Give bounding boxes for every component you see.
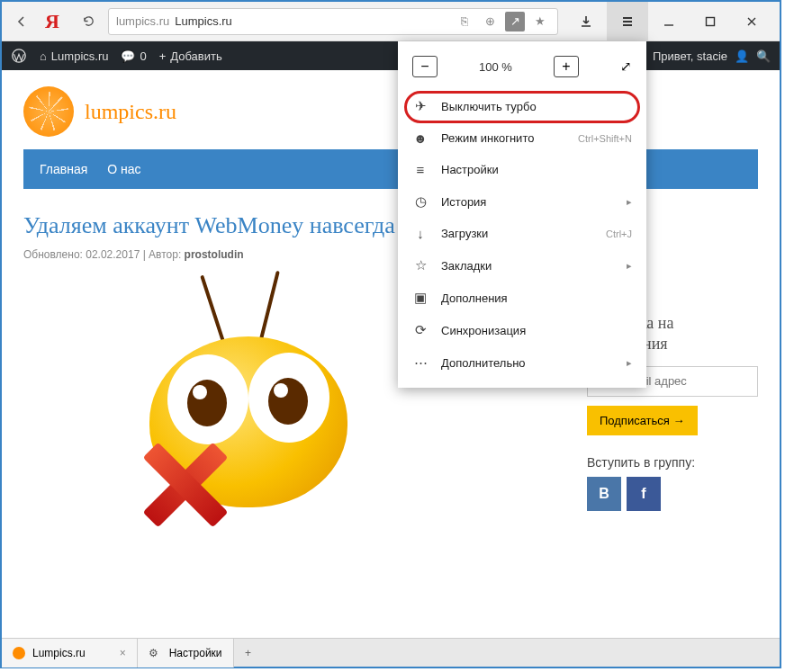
site-nav: Главная О нас: [23, 149, 758, 189]
sync-icon: ⟳: [412, 322, 429, 338]
star-icon[interactable]: ★: [530, 12, 550, 31]
menu-incognito[interactable]: ☻ Режим инкогнито Ctrl+Shift+N: [398, 122, 646, 154]
facebook-icon[interactable]: f: [627, 477, 661, 511]
rocket-icon: ✈: [412, 98, 429, 114]
address-icons: ⎘ ⊕ ↗ ★: [455, 12, 550, 31]
menu-more[interactable]: ⋯ Дополнительно ▸: [398, 346, 646, 379]
zoom-in-button[interactable]: +: [554, 56, 579, 77]
sliders-icon: ≡: [412, 162, 429, 177]
downloads-button[interactable]: [565, 2, 607, 41]
minimize-button[interactable]: [648, 2, 690, 41]
url-title: Lumpics.ru: [175, 14, 232, 28]
back-button[interactable]: [9, 9, 34, 34]
clock-icon: ◷: [412, 193, 429, 210]
tab-settings[interactable]: ⚙ Настройки: [138, 639, 234, 668]
browser-titlebar: Я lumpics.ru Lumpics.ru ⎘ ⊕ ↗ ★: [2, 2, 780, 41]
orange-icon: [23, 86, 74, 137]
chevron-right-icon: ▸: [627, 357, 632, 369]
menu-settings[interactable]: ≡ Настройки: [398, 154, 646, 185]
close-tab-icon[interactable]: ×: [120, 647, 126, 659]
maximize-button[interactable]: [690, 2, 731, 41]
new-tab-button[interactable]: +: [234, 647, 263, 659]
more-icon: ⋯: [412, 354, 429, 371]
search-icon[interactable]: 🔍: [756, 49, 771, 63]
menu-sync[interactable]: ⟳ Синхронизация: [398, 314, 646, 346]
favicon-icon: [13, 647, 25, 659]
wp-add-new[interactable]: +Добавить: [159, 49, 222, 63]
address-bar[interactable]: lumpics.ru Lumpics.ru ⎘ ⊕ ↗ ★: [108, 8, 558, 35]
wp-site-link[interactable]: ⌂Lumpics.ru: [40, 49, 108, 63]
turbo-icon[interactable]: ↗: [505, 12, 525, 31]
vk-icon[interactable]: B: [587, 477, 621, 511]
menu-bookmarks[interactable]: ☆ Закладки ▸: [398, 249, 646, 282]
wp-greeting[interactable]: Привет, stacie: [653, 49, 727, 63]
article-image: [95, 282, 402, 525]
zoom-level: 100 %: [479, 60, 512, 74]
chevron-right-icon: ▸: [627, 196, 632, 208]
group-title: Вступить в группу:: [587, 455, 758, 470]
menu-addons[interactable]: ▣ Дополнения: [398, 282, 646, 314]
wp-comments[interactable]: 💬0: [121, 49, 146, 63]
red-x-icon: [131, 435, 230, 534]
tab-bar: Lumpics.ru × ⚙ Настройки +: [2, 638, 780, 667]
zoom-out-button[interactable]: −: [412, 56, 438, 77]
url-domain: lumpics.ru: [116, 14, 169, 28]
chevron-right-icon: ▸: [627, 260, 632, 272]
browser-menu: − 100 % + ⤢ ✈ Выключить турбо ☻ Режим ин…: [398, 41, 646, 388]
wp-logo[interactable]: [11, 48, 27, 64]
article-meta: Обновлено: 02.02.2017 | Автор: prostolud…: [23, 248, 758, 261]
nav-about[interactable]: О нас: [107, 162, 140, 176]
site-logo[interactable]: lumpics.ru: [23, 86, 758, 137]
reload-button[interactable]: [76, 9, 101, 34]
article-title: Удаляем аккаунт WebMoney навсегда: [23, 212, 758, 239]
download-icon: ↓: [412, 226, 429, 241]
menu-button[interactable]: [607, 2, 648, 41]
menu-downloads[interactable]: ↓ Загрузки Ctrl+J: [398, 218, 646, 249]
site-name: lumpics.ru: [85, 100, 176, 124]
puzzle-icon: ▣: [412, 290, 429, 306]
mask-icon: ☻: [412, 130, 429, 146]
subscribe-button[interactable]: Подписаться →: [587, 406, 698, 435]
globe-icon[interactable]: ⊕: [480, 12, 500, 31]
gear-icon: ⚙: [149, 647, 158, 659]
close-button[interactable]: [731, 2, 772, 41]
tab-lumpics[interactable]: Lumpics.ru ×: [2, 639, 138, 668]
nav-home[interactable]: Главная: [40, 162, 87, 176]
wp-admin-bar: ⌂Lumpics.ru 💬0 +Добавить Привет, stacie …: [2, 41, 780, 70]
avatar-icon[interactable]: 👤: [735, 49, 749, 63]
menu-turbo[interactable]: ✈ Выключить турбо: [398, 90, 646, 122]
svg-rect-0: [707, 17, 715, 25]
page-content: lumpics.ru Главная О нас Удаляем аккаунт…: [2, 70, 780, 638]
star-outline-icon: ☆: [412, 257, 429, 273]
fullscreen-button[interactable]: ⤢: [620, 58, 632, 75]
menu-history[interactable]: ◷ История ▸: [398, 185, 646, 218]
yandex-logo[interactable]: Я: [34, 10, 70, 33]
translate-icon[interactable]: ⎘: [455, 12, 474, 31]
